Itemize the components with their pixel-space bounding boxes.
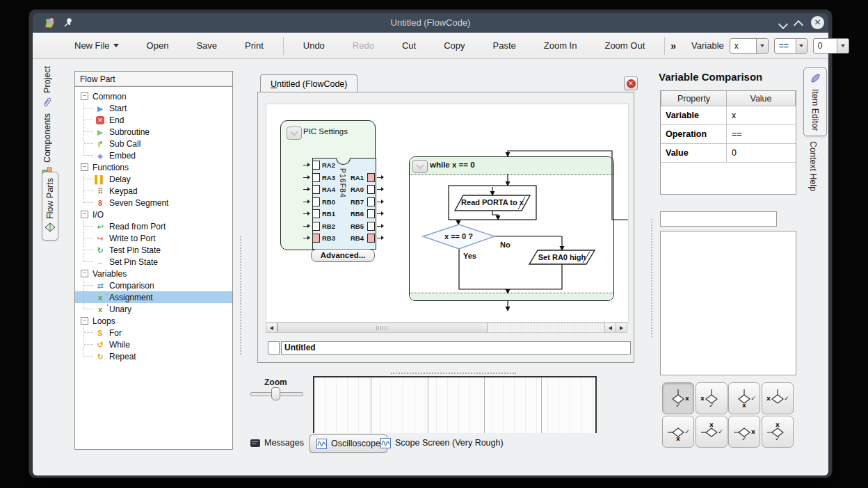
scrollbar-thumb[interactable] (278, 323, 488, 332)
pin-rb7[interactable] (367, 197, 375, 206)
tab-item-editor[interactable]: Item Editor (803, 67, 827, 136)
branch-layout-button-8[interactable]: x✓ (762, 416, 794, 448)
cut-button[interactable]: Cut (391, 40, 427, 51)
pin-rb2[interactable] (312, 222, 320, 231)
branch-layout-button-6[interactable]: x✓ (696, 416, 728, 448)
tree-group-common[interactable]: −Common (75, 90, 232, 102)
branch-layout-button-4[interactable]: x✓ (762, 382, 794, 414)
zoom-in-button[interactable]: Zoom In (533, 40, 588, 51)
tree-item-embed[interactable]: ◈Embed (75, 149, 232, 161)
tree-item-end[interactable]: ✕End (75, 114, 232, 126)
horizontal-scrollbar[interactable] (266, 323, 627, 333)
item-editor-list[interactable] (660, 231, 796, 375)
tab-context-help[interactable]: Context Help (803, 141, 823, 191)
collapse-icon[interactable]: − (81, 270, 88, 277)
undo-button[interactable]: Undo (292, 40, 336, 51)
tree-item-unary[interactable]: x¹Unary (75, 303, 232, 315)
copy-button[interactable]: Copy (433, 40, 476, 51)
while-loop-block[interactable]: while x == 0 (409, 156, 614, 301)
document-tab[interactable]: Untitled (FlowCode) (260, 74, 357, 92)
branch-layout-button-2[interactable]: x✓ (696, 382, 728, 414)
new-file-button[interactable]: New File (63, 40, 130, 51)
zoom-out-button[interactable]: Zoom Out (593, 40, 656, 51)
branch-layout-button-7[interactable]: x✓ (728, 416, 760, 448)
property-value[interactable]: == (727, 125, 796, 144)
collapse-icon[interactable]: − (81, 317, 88, 325)
paste-button[interactable]: Paste (482, 40, 527, 51)
scrollbar-track[interactable] (488, 323, 604, 332)
document-close-button[interactable]: ✕ (624, 76, 638, 90)
tab-oscilloscope[interactable]: Oscilloscope (310, 434, 387, 453)
variable-combo[interactable]: x (730, 38, 769, 54)
operation-combo[interactable]: == (774, 38, 807, 54)
collapse-icon[interactable]: − (81, 211, 88, 218)
chevron-down-icon[interactable] (796, 39, 807, 53)
tab-flow-parts[interactable]: Flow Parts (42, 172, 58, 241)
tree-item-set-pin-state[interactable]: →Set Pin State (75, 256, 232, 268)
item-editor-input[interactable] (660, 211, 777, 227)
tree-item-while[interactable]: ↺While (75, 339, 232, 350)
tree-group-loops[interactable]: −Loops (75, 315, 232, 327)
right-splitter[interactable] (651, 219, 654, 337)
scroll-left-button[interactable] (266, 323, 278, 332)
scroll-left-button-2[interactable] (604, 323, 616, 332)
pin-ra4[interactable] (312, 185, 320, 194)
tab-messages[interactable]: Messages (250, 434, 304, 451)
tree-item-sub-call[interactable]: ↱Sub Call (75, 138, 232, 149)
branch-layout-button-3[interactable]: x✓ (728, 382, 760, 414)
tree-item-comparison[interactable]: ⇄Comparison (75, 279, 232, 291)
property-value[interactable]: x (727, 106, 796, 125)
pin-rb0[interactable] (312, 197, 320, 206)
branch-layout-button-1[interactable]: x✓ (662, 382, 694, 414)
pin-rb4[interactable] (367, 234, 375, 243)
tree-item-seven-segment[interactable]: 8Seven Segment (75, 197, 232, 209)
titlebar[interactable]: Untitled (FlowCode) ✕ (33, 13, 828, 33)
redo-button[interactable]: Redo (341, 40, 385, 51)
open-button[interactable]: Open (136, 40, 180, 51)
left-splitter[interactable] (240, 236, 243, 355)
tree-item-repeat[interactable]: ↻Repeat (75, 350, 232, 362)
save-button[interactable]: Save (185, 40, 228, 51)
tree-group-variables[interactable]: −Variables (75, 268, 232, 279)
pin-ra3[interactable] (312, 173, 320, 182)
chevron-down-icon[interactable] (837, 39, 849, 53)
tree-item-read-from-port[interactable]: ↩Read from Port (75, 220, 232, 232)
tree-item-start[interactable]: ▶Start (75, 102, 232, 114)
unshade-icon[interactable] (795, 18, 806, 28)
shade-icon[interactable] (780, 18, 791, 28)
pin-ra0[interactable] (367, 185, 375, 194)
tab-scope-screen-very-rough[interactable]: Scope Screen (Very Rough) (380, 434, 504, 451)
chevron-down-icon[interactable] (756, 39, 768, 53)
tree-item-write-to-port[interactable]: ↪Write to Port (75, 232, 232, 244)
tree-group-i-o[interactable]: −I/O (75, 209, 232, 220)
pin-rb1[interactable] (312, 209, 320, 218)
tree-item-subroutine[interactable]: ▶Subroutine (75, 126, 232, 138)
pin-rb6[interactable] (367, 209, 375, 218)
print-button[interactable]: Print (234, 40, 275, 51)
pin-rb3[interactable] (312, 234, 320, 243)
value-combo[interactable]: 0 (813, 38, 849, 54)
branch-layout-button-5[interactable]: x✓ (662, 416, 694, 448)
tree-item-test-pin-state[interactable]: ↻Test Pin State (75, 244, 232, 256)
collapse-icon[interactable]: − (81, 163, 88, 171)
scroll-right-button[interactable] (616, 323, 627, 332)
tree-item-delay[interactable]: ▌▌Delay (75, 173, 232, 185)
advanced-button[interactable]: Advanced... (311, 249, 375, 262)
macro-checkbox[interactable] (268, 341, 280, 355)
pin-ra2[interactable] (312, 161, 320, 170)
tree-item-keypad[interactable]: ⠿Keypad (75, 185, 232, 197)
pin-ra1[interactable] (367, 173, 375, 182)
flowchart-canvas[interactable]: PIC Settings P16F84 RA2RA3RA1RA4RA0RB0RB… (266, 104, 629, 323)
close-icon[interactable]: ✕ (811, 16, 824, 29)
tree-item-for[interactable]: SFor (75, 327, 232, 339)
tree-group-functions[interactable]: −Functions (75, 161, 232, 173)
pic-settings-collapse-button[interactable] (287, 127, 302, 140)
tree-item-assignment[interactable]: x→Assignment (75, 291, 232, 303)
toolbar-overflow-chevron[interactable]: » (670, 40, 676, 51)
macro-name-bar[interactable]: Untitled (281, 341, 631, 355)
property-value[interactable]: 0 (727, 144, 796, 163)
tab-components[interactable]: Components (42, 113, 52, 177)
collapse-icon[interactable]: − (81, 92, 88, 100)
tab-project[interactable]: Project (42, 66, 52, 110)
pin-rb5[interactable] (367, 222, 375, 231)
